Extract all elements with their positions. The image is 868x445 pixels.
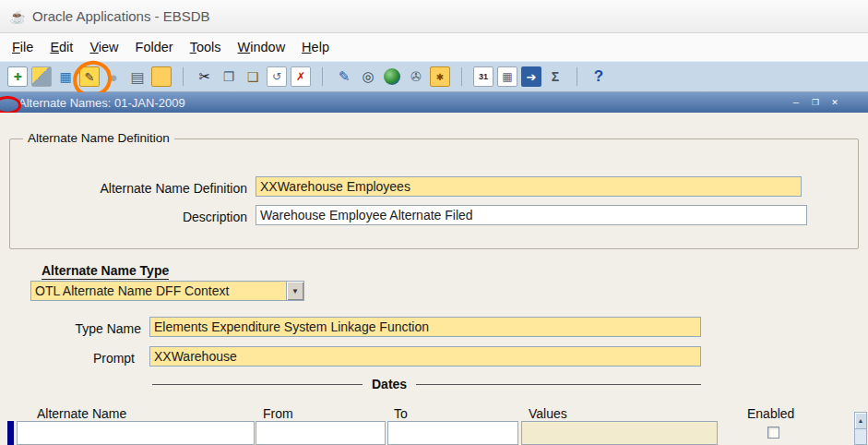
prompt-field[interactable] xyxy=(149,346,701,367)
alternate-name-definition-label: Alternate Name Definition xyxy=(0,181,247,196)
column-header-enabled: Enabled xyxy=(747,406,794,421)
type-name-field[interactable] xyxy=(149,317,701,337)
dates-header: Dates xyxy=(372,377,407,391)
toolbar-separator xyxy=(461,67,462,86)
attachments-icon[interactable]: ✇ xyxy=(406,66,426,87)
cut-icon[interactable]: ✂ xyxy=(195,66,215,87)
next-step-icon[interactable]: ● xyxy=(103,66,124,87)
chevron-down-icon[interactable]: ▼ xyxy=(286,282,303,300)
summary-icon[interactable]: Σ xyxy=(545,66,565,87)
enabled-checkbox[interactable] xyxy=(767,427,779,439)
save-icon[interactable]: ✎ xyxy=(79,66,100,87)
scroll-up-icon[interactable]: ▲ xyxy=(855,413,866,429)
values-cell[interactable] xyxy=(521,421,718,445)
alternate-name-definition-field[interactable] xyxy=(256,176,802,197)
menu-tools[interactable]: Tools xyxy=(182,36,230,58)
column-header-values: Values xyxy=(529,406,567,421)
record-indicator[interactable] xyxy=(7,421,14,445)
window-titlebar[interactable]: ☕ Oracle Applications - EBSDB xyxy=(0,0,868,33)
edit-field-icon[interactable]: ✎ xyxy=(334,66,354,87)
toolbar-separator xyxy=(577,67,577,86)
clear-record-icon[interactable]: ↺ xyxy=(267,66,287,87)
menu-window[interactable]: Window xyxy=(230,36,294,58)
toolbar: ✚ ▦ ✎ ● ▤ ✂ ❐ ❑ ↺ ✗ ✎ ◎ ✇ ✱ 31 ▦ ➔ Σ ? xyxy=(0,61,868,92)
form-window-title: Alternate Names: 01-JAN-2009 xyxy=(18,96,185,110)
menu-file[interactable]: File xyxy=(4,36,42,58)
menu-view[interactable]: View xyxy=(81,36,126,58)
menu-edit[interactable]: Edit xyxy=(42,36,81,58)
column-header-alternate-name: Alternate Name xyxy=(37,406,126,421)
dropdown-value: OTL Alternate Name DFF Context xyxy=(31,282,286,300)
window-controls: ─ ❐ ✕ xyxy=(789,95,842,109)
minimize-button[interactable]: ─ xyxy=(789,95,803,109)
form-window-titlebar[interactable]: Alternate Names: 01-JAN-2009 ─ ❐ ✕ xyxy=(0,92,868,113)
table-scrollbar[interactable]: ▲ xyxy=(854,412,867,445)
description-label: Description xyxy=(0,210,247,224)
paste-icon[interactable]: ❑ xyxy=(243,66,263,87)
alternate-name-type-dropdown[interactable]: OTL Alternate Name DFF Context ▼ xyxy=(30,281,304,301)
schedule-icon[interactable]: ▦ xyxy=(497,66,517,87)
toolbar-separator xyxy=(322,67,323,86)
column-header-to: To xyxy=(394,406,408,421)
new-icon[interactable]: ✚ xyxy=(7,66,28,87)
to-date-cell[interactable] xyxy=(387,421,518,445)
zoom-icon[interactable]: ◎ xyxy=(358,66,378,87)
description-field[interactable] xyxy=(256,205,807,225)
maximize-button[interactable]: ❐ xyxy=(808,95,823,109)
delete-record-icon[interactable]: ✗ xyxy=(291,66,311,87)
print-icon[interactable]: ▤ xyxy=(127,66,148,87)
java-icon: ☕ xyxy=(9,8,26,25)
form-canvas: Alternate Name Definition Alternate Name… xyxy=(0,113,868,445)
folder-tools-icon[interactable]: ✱ xyxy=(430,66,450,87)
alternate-name-cell[interactable] xyxy=(17,421,255,445)
group-legend: Alternate Name Definition xyxy=(23,131,174,145)
prompt-label: Prompt xyxy=(0,351,135,366)
close-form-icon[interactable] xyxy=(151,66,172,87)
toolbar-separator xyxy=(183,67,184,86)
show-navigator-icon[interactable]: ▦ xyxy=(55,66,76,87)
from-date-cell[interactable] xyxy=(256,421,386,445)
close-button[interactable]: ✕ xyxy=(827,95,842,109)
calendar-icon[interactable]: 31 xyxy=(473,66,493,87)
oracle-applications-window: ☕ Oracle Applications - EBSDB File Edit … xyxy=(0,0,868,445)
type-name-label: Type Name xyxy=(0,321,141,336)
menubar: File Edit View Folder Tools Window Help xyxy=(0,33,868,61)
copy-icon[interactable]: ❐ xyxy=(219,66,239,87)
export-icon[interactable]: ➔ xyxy=(521,66,541,87)
window-title: Oracle Applications - EBSDB xyxy=(32,8,210,24)
menu-help[interactable]: Help xyxy=(293,36,338,58)
menu-folder[interactable]: Folder xyxy=(127,36,182,58)
help-icon[interactable]: ? xyxy=(589,66,609,87)
alternate-name-type-heading: Alternate Name Type xyxy=(42,263,169,280)
translations-icon[interactable] xyxy=(384,68,400,85)
find-icon[interactable] xyxy=(31,66,52,87)
dates-divider: Dates xyxy=(152,377,701,391)
column-header-from: From xyxy=(263,406,293,421)
